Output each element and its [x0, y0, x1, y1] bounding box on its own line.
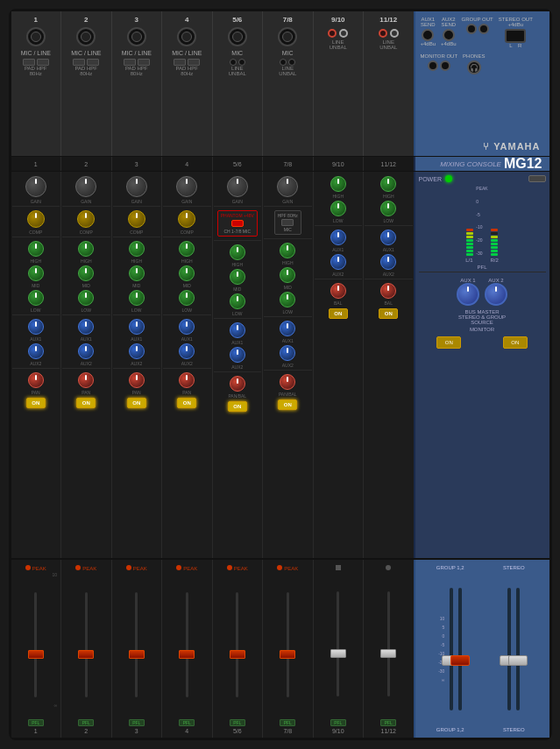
ch56-line-l[interactable] [230, 59, 237, 66]
aux1-knob-ch4[interactable] [179, 319, 195, 335]
high-knob-ch910[interactable] [330, 176, 346, 192]
mid-knob-ch1[interactable] [28, 265, 44, 281]
ch4-hpf-btn[interactable] [188, 59, 200, 66]
mid-knob-ch56[interactable] [230, 269, 245, 285]
on-btn-ch78[interactable]: ON [278, 399, 297, 410]
xlr-ch3[interactable] [127, 27, 146, 46]
ch3-hpf-btn[interactable] [138, 59, 150, 66]
stereo-fader-handle-2[interactable] [508, 655, 528, 666]
group-out-r[interactable] [478, 24, 489, 34]
ch78-line-l[interactable] [280, 59, 287, 66]
xlr-ch1[interactable] [26, 27, 46, 46]
ch910-rca-l[interactable] [339, 29, 348, 38]
pfl-btn-ch1112[interactable]: PFL [380, 719, 396, 726]
low-knob-ch1112[interactable] [380, 201, 396, 216]
aux1-knob-ch3[interactable] [129, 319, 145, 335]
pfl-btn-ch56[interactable]: PFL [230, 719, 245, 726]
xlr-ch56[interactable] [228, 27, 247, 46]
on-btn-ch3[interactable]: ON [127, 398, 146, 408]
xlr-ch2[interactable] [76, 27, 96, 46]
pan-knob-ch2[interactable] [78, 372, 94, 388]
fader-handle-ch56[interactable] [230, 650, 245, 659]
aux2-master-knob[interactable] [485, 283, 507, 306]
pan-knob-ch1[interactable] [28, 372, 44, 388]
comp-knob-ch3[interactable] [128, 210, 145, 228]
hpf-toggle-ch78[interactable] [281, 219, 294, 226]
power-switch[interactable] [528, 175, 546, 182]
high-knob-ch2[interactable] [78, 241, 94, 257]
pan-knob-ch56[interactable] [230, 376, 245, 392]
pfl-btn-ch78[interactable]: PFL [280, 719, 295, 726]
high-knob-ch56[interactable] [230, 244, 245, 260]
group-out-l[interactable] [466, 24, 477, 34]
mid-knob-ch78[interactable] [280, 267, 295, 283]
ch1112-rca-r[interactable] [379, 29, 387, 38]
aux1-knob-ch56[interactable] [230, 322, 245, 338]
master-on-btn-1[interactable]: ON [436, 336, 461, 349]
on-btn-ch1[interactable]: ON [26, 398, 46, 408]
aux1-knob-ch1[interactable] [28, 319, 44, 335]
aux1-knob-ch2[interactable] [78, 319, 94, 335]
gain-knob-ch4[interactable] [176, 176, 197, 197]
ch3-pad-btn[interactable] [124, 59, 136, 66]
ch1-hpf-btn[interactable] [37, 59, 49, 66]
on-btn-ch1112[interactable]: ON [379, 308, 398, 319]
gain-knob-ch2[interactable] [75, 176, 96, 197]
aux1-master-knob[interactable] [457, 283, 479, 306]
low-knob-ch4[interactable] [179, 290, 195, 306]
gain-knob-ch1[interactable] [25, 176, 46, 197]
pfl-btn-ch3[interactable]: PFL [129, 719, 145, 726]
comp-knob-ch1[interactable] [27, 210, 45, 228]
fader-handle-ch3[interactable] [129, 650, 145, 659]
stereo-out-xlr[interactable] [505, 29, 526, 43]
aux2-knob-ch78[interactable] [280, 345, 295, 361]
low-knob-ch78[interactable] [280, 292, 295, 307]
fader-handle-ch910[interactable] [330, 649, 346, 658]
ch2-pad-btn[interactable] [73, 59, 85, 66]
fader-handle-ch1112[interactable] [380, 649, 396, 658]
aux2-send-jack[interactable] [443, 29, 455, 41]
high-knob-ch78[interactable] [280, 243, 295, 258]
bal-knob-ch1112[interactable] [380, 283, 396, 299]
low-knob-ch1[interactable] [28, 290, 44, 306]
aux1-send-jack[interactable] [422, 29, 434, 41]
xlr-ch78[interactable] [278, 27, 297, 46]
mid-knob-ch3[interactable] [129, 265, 145, 281]
low-knob-ch3[interactable] [129, 290, 145, 306]
low-knob-ch56[interactable] [230, 293, 245, 309]
fader-handle-ch2[interactable] [78, 650, 94, 659]
pan-knob-ch4[interactable] [179, 372, 195, 388]
pfl-btn-ch910[interactable]: PFL [330, 719, 346, 726]
mid-knob-ch2[interactable] [78, 265, 94, 281]
comp-knob-ch2[interactable] [77, 210, 95, 228]
aux2-knob-ch1[interactable] [28, 343, 44, 359]
master-on-btn-2[interactable]: ON [503, 336, 528, 349]
ch1112-rca-l[interactable] [390, 29, 399, 38]
comp-knob-ch4[interactable] [178, 210, 195, 228]
pfl-btn-ch2[interactable]: PFL [78, 719, 94, 726]
gain-knob-ch56[interactable] [227, 176, 248, 197]
low-knob-ch2[interactable] [78, 290, 94, 306]
monitor-out-r[interactable] [440, 60, 450, 71]
aux2-knob-ch4[interactable] [179, 343, 195, 359]
fader-handle-ch1[interactable] [28, 650, 44, 659]
fader-handle-ch4[interactable] [179, 650, 195, 659]
on-btn-ch4[interactable]: ON [177, 398, 196, 408]
aux2-knob-ch910[interactable] [330, 254, 346, 270]
pfl-btn-ch4[interactable]: PFL [179, 719, 195, 726]
ch4-pad-btn[interactable] [174, 59, 186, 66]
aux1-knob-ch910[interactable] [330, 230, 346, 245]
gain-knob-ch3[interactable] [126, 176, 147, 197]
gain-knob-ch78[interactable] [277, 176, 298, 197]
high-knob-ch1[interactable] [28, 241, 44, 257]
ch78-line-r[interactable] [288, 59, 295, 66]
xlr-ch4[interactable] [177, 27, 196, 46]
ch2-hpf-btn[interactable] [87, 59, 99, 66]
group-fader-handle-2[interactable] [450, 655, 470, 666]
aux1-knob-ch1112[interactable] [380, 230, 396, 245]
aux2-knob-ch2[interactable] [78, 343, 94, 359]
fader-handle-ch78[interactable] [280, 650, 295, 659]
pan-knob-ch78[interactable] [280, 374, 295, 390]
low-knob-ch910[interactable] [330, 201, 346, 216]
monitor-out-l[interactable] [428, 60, 438, 71]
